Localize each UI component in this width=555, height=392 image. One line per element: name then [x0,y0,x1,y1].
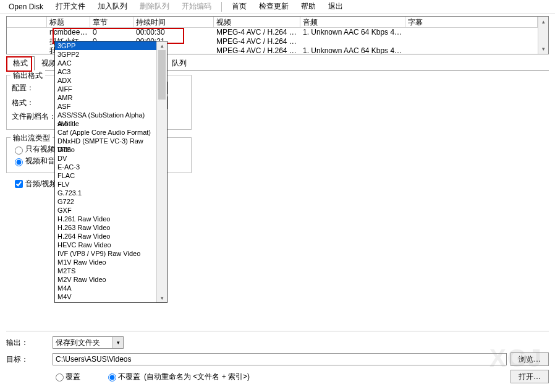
bottom-panel: 输出： 保存到文件夹 ▾ 目标： C:\Users\ASUS\Videos 浏览… [6,328,549,387]
output-label: 输出： [6,338,53,348]
format-dropdown[interactable]: 3GPP3GPP2AACAC3ADXAIFFAMRASFASS/SSA (Sub… [54,41,167,303]
file-list-scrollbar[interactable]: ▴ ▾ [538,17,548,54]
format-label: 格式： [12,98,58,108]
col-chapter[interactable]: 章节 [90,17,133,28]
target-path-input[interactable]: C:\Users\ASUS\Videos [53,353,507,365]
dropdown-option[interactable]: 3GPP2 [55,50,156,59]
col-subtitle[interactable]: 字幕 [405,17,538,28]
col-video[interactable]: 视频 [214,17,300,28]
menu-check-update[interactable]: 检查更新 [253,0,295,13]
dropdown-option[interactable]: AC3 [55,67,156,76]
radio-input[interactable] [108,373,116,381]
separator [6,331,549,331]
menu-exit[interactable]: 退出 [322,0,349,13]
group-title: 输出格式 [11,70,45,81]
chevron-down-icon: ▾ [112,337,123,348]
tab-format[interactable]: 格式 [6,56,35,70]
browse-button[interactable]: 浏览… [511,352,549,366]
dropdown-scrollbar[interactable]: ▴ ▾ [156,41,167,302]
dropdown-option[interactable]: H.263 Raw Video [55,223,156,232]
menubar: Open Disk 打开文件 加入队列 删除队列 开始编码 首页 检查更新 帮助… [0,0,555,14]
dropdown-option[interactable]: E-AC-3 [55,163,156,171]
radio-input[interactable] [15,147,23,155]
col-blank[interactable] [7,17,47,28]
target-label: 目标： [6,354,53,365]
scroll-thumb[interactable] [158,50,166,100]
dropdown-option[interactable]: ASF [55,102,156,111]
scroll-up-icon[interactable]: ▴ [542,17,545,27]
dropdown-option[interactable]: FLV [55,180,156,189]
dropdown-option[interactable]: HEVC Raw Video [55,241,156,249]
dropdown-option[interactable]: DV [55,154,156,163]
dropdown-option[interactable]: Caf (Apple Core Audio Format) [55,128,156,137]
checkbox-input[interactable] [15,180,23,188]
dropdown-option[interactable]: IVF (VP8 / VP9) Raw Video [55,249,156,258]
col-duration[interactable]: 持续时间 [133,17,214,28]
dropdown-option[interactable]: ADX [55,76,156,85]
dropdown-option[interactable]: FLAC [55,171,156,180]
menu-open-file[interactable]: 打开文件 [49,0,91,13]
dropdown-option[interactable]: H.261 Raw Video [55,215,156,223]
dropdown-option[interactable]: AAC [55,59,156,67]
dropdown-option[interactable]: H.264 Raw Video [55,232,156,241]
dropdown-option[interactable]: DNxHD (SMPTE VC-3) Raw Video [55,137,156,145]
output-combo[interactable]: 保存到文件夹 ▾ [53,336,124,349]
radio-no-overwrite[interactable]: 不覆盖 [105,372,140,382]
open-button[interactable]: 打开… [511,370,549,383]
ext-label: 文件副档名： [12,111,58,122]
settings-area: 输出格式 配置： 自定义 ▾ 格式： 3GPP ▾ 文件副档名： 输出流类型 [6,70,549,190]
dropdown-option[interactable]: M4V [55,292,156,301]
scroll-up-icon[interactable]: ▴ [157,41,167,50]
menu-open-disk[interactable]: Open Disk [2,1,49,12]
dropdown-option[interactable]: AIFF [55,85,156,93]
overwrite-row: 覆盖 不覆盖 (自动重命名为 <文件名 + 索引>) 打开… [6,370,549,383]
col-title[interactable]: 标题 [47,17,90,28]
table-row[interactable]: ncmbdeee… 0 00:00:30 MPEG-4 AVC / H.264 … [7,28,538,37]
menu-add-queue[interactable]: 加入队列 [91,0,133,13]
target-row: 目标： C:\Users\ASUS\Videos 浏览… [6,352,549,366]
menu-delete-queue: 删除队列 [133,0,176,13]
dropdown-option[interactable]: AMR [55,93,156,102]
dropdown-option[interactable]: M2TS [55,266,156,275]
dropdown-option[interactable]: GXF [55,206,156,215]
tab-queue[interactable]: 队列 [165,56,193,70]
radio-input[interactable] [15,158,23,166]
col-audio[interactable]: 音频 [300,17,405,28]
scroll-down-icon[interactable]: ▾ [542,44,545,54]
menu-help[interactable]: 帮助 [295,0,322,13]
menu-separator [221,2,222,12]
menu-start-encode: 开始编码 [176,0,218,13]
radio-input[interactable] [56,373,64,381]
dropdown-option[interactable]: 3GPP [55,41,156,50]
dropdown-option[interactable]: DTS [55,145,156,154]
output-value: 保存到文件夹 [56,338,100,348]
dropdown-option[interactable]: M1V Raw Video [55,258,156,266]
dropdown-list: 3GPP3GPP2AACAC3ADXAIFFAMRASFASS/SSA (Sub… [55,41,156,302]
dropdown-option[interactable]: M2V Raw Video [55,275,156,284]
file-table-header: 标题 章节 持续时间 视频 音频 字幕 [7,17,538,28]
output-row: 输出： 保存到文件夹 ▾ [6,336,549,349]
group-title: 输出流类型 [11,133,53,143]
dropdown-option[interactable]: G.723.1 [55,189,156,197]
radio-overwrite[interactable]: 覆盖 [53,372,80,382]
dropdown-option[interactable]: M4A [55,284,156,292]
scroll-down-icon[interactable]: ▾ [157,294,167,302]
menu-home[interactable]: 首页 [226,0,253,13]
dropdown-option[interactable]: ASS/SSA (SubStation Alpha) subtitle [55,111,156,119]
dropdown-option[interactable]: G722 [55,197,156,206]
rename-hint: (自动重命名为 <文件名 + 索引>) [144,372,250,382]
config-label: 配置： [12,83,58,93]
